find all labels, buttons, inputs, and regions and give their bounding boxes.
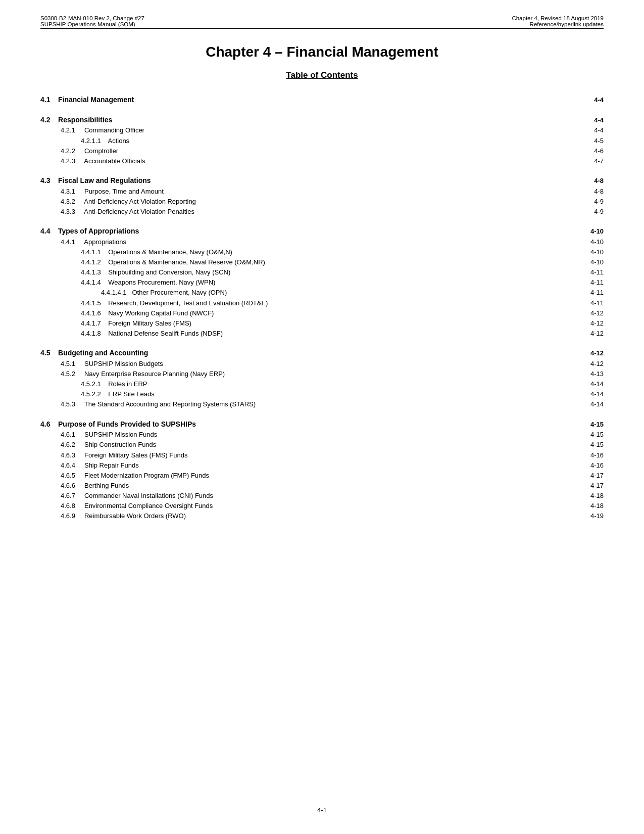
- toc-page: 4-5: [578, 136, 604, 146]
- toc-page: 4-12: [578, 318, 604, 329]
- toc-page: 4-12: [578, 359, 604, 369]
- page-header: S0300-B2-MAN-010 Rev 2, Change #27 SUPSH…: [40, 15, 604, 29]
- toc-label: 4.2.3 Accountable Officials: [61, 156, 578, 166]
- toc-section-4-6: 4.6 Purpose of Funds Provided to SUPSHIP…: [40, 419, 604, 522]
- toc-section-4-2: 4.2 Responsibilities 4-4 4.2.1 Commandin…: [40, 115, 604, 166]
- toc-section-4-1: 4.1 Financial Management 4-4: [40, 95, 604, 106]
- toc-section-4-3: 4.3 Fiscal Law and Regulations 4-8 4.3.1…: [40, 175, 604, 217]
- toc-label: 4.6.4 Ship Repair Funds: [61, 460, 578, 471]
- toc-label: 4.4.1.1 Operations & Maintenance, Navy (…: [81, 247, 578, 257]
- header-right: Chapter 4, Revised 18 August 2019 Refere…: [512, 15, 604, 27]
- toc-page: 4-16: [578, 450, 604, 460]
- header-manual-name: SUPSHIP Operations Manual (SOM): [40, 21, 144, 27]
- toc-row: 4.4.1.3 Shipbuilding and Conversion, Nav…: [40, 267, 604, 277]
- toc-row: 4.3.1 Purpose, Time and Amount 4-8: [40, 187, 604, 197]
- toc-page: 4-4: [578, 95, 604, 105]
- toc-row: 4.5.2 Navy Enterprise Resource Planning …: [40, 369, 604, 379]
- toc-row: 4.6.7 Commander Naval Installations (CNI…: [40, 491, 604, 501]
- toc-page: 4-11: [578, 298, 604, 308]
- toc-label: 4.4.1.4.1 Other Procurement, Navy (OPN): [101, 288, 578, 298]
- toc-row: 4.3 Fiscal Law and Regulations 4-8: [40, 175, 604, 187]
- toc-row: 4.2.3 Accountable Officials 4-7: [40, 156, 604, 166]
- toc-page: 4-4: [578, 125, 604, 135]
- toc-row: 4.5 Budgeting and Accounting 4-12: [40, 348, 604, 359]
- toc-row: 4.6 Purpose of Funds Provided to SUPSHIP…: [40, 419, 604, 430]
- toc-row: 4.5.2.1 Roles in ERP 4-14: [40, 379, 604, 389]
- toc-row: 4.6.6 Berthing Funds 4-17: [40, 481, 604, 491]
- toc-page: 4-15: [578, 430, 604, 440]
- toc-page: 4-14: [578, 379, 604, 389]
- toc-page: 4-9: [578, 197, 604, 207]
- toc-page: 4-17: [578, 471, 604, 481]
- page-number: 4-1: [317, 806, 327, 814]
- toc-page: 4-13: [578, 369, 604, 379]
- toc-label: 4.6.7 Commander Naval Installations (CNI…: [61, 491, 578, 501]
- toc-label: 4.4.1.8 National Defense Sealift Funds (…: [81, 329, 578, 339]
- toc-label: 4.6.1 SUPSHIP Mission Funds: [61, 430, 578, 440]
- toc-label: 4.6 Purpose of Funds Provided to SUPSHIP…: [40, 419, 578, 430]
- toc-label: 4.6.8 Environmental Compliance Oversight…: [61, 501, 578, 511]
- toc-title-block: Table of Contents: [40, 70, 604, 80]
- toc-page: 4-7: [578, 156, 604, 166]
- toc-label: 4.5.2 Navy Enterprise Resource Planning …: [61, 369, 578, 379]
- toc-row: 4.3.3 Anti-Deficiency Act Violation Pena…: [40, 207, 604, 217]
- toc-page: 4-10: [578, 226, 604, 237]
- toc-row: 4.4.1.1 Operations & Maintenance, Navy (…: [40, 247, 604, 257]
- toc-label: 4.5.3 The Standard Accounting and Report…: [61, 399, 578, 409]
- toc-label: 4.4.1.2 Operations & Maintenance, Naval …: [81, 257, 578, 267]
- header-doc-id: S0300-B2-MAN-010 Rev 2, Change #27: [40, 15, 144, 21]
- toc-row: 4.4.1.8 National Defense Sealift Funds (…: [40, 329, 604, 339]
- header-update-type: Reference/hyperlink updates: [512, 21, 604, 27]
- toc-row: 4.5.1 SUPSHIP Mission Budgets 4-12: [40, 359, 604, 369]
- toc-label: 4.4.1.3 Shipbuilding and Conversion, Nav…: [81, 267, 578, 277]
- toc-label: 4.3.1 Purpose, Time and Amount: [61, 187, 578, 197]
- toc-row: 4.3.2 Anti-Deficiency Act Violation Repo…: [40, 197, 604, 207]
- toc-page: 4-12: [578, 329, 604, 339]
- toc-page: 4-15: [578, 420, 604, 430]
- toc-page: 4-4: [578, 115, 604, 125]
- toc-content: 4.1 Financial Management 4-4 4.2 Respons…: [40, 95, 604, 521]
- toc-label: 4.6.3 Foreign Military Sales (FMS) Funds: [61, 450, 578, 460]
- toc-page: 4-14: [578, 399, 604, 409]
- toc-label: 4.2.1.1 Actions: [81, 136, 578, 146]
- toc-page: 4-10: [578, 257, 604, 267]
- toc-row: 4.4.1.6 Navy Working Capital Fund (NWCF)…: [40, 308, 604, 318]
- toc-row: 4.2 Responsibilities 4-4: [40, 115, 604, 126]
- toc-page: 4-6: [578, 146, 604, 156]
- toc-label: 4.4.1.5 Research, Development, Test and …: [81, 298, 578, 308]
- toc-label: 4.4.1.4 Weapons Procurement, Navy (WPN): [81, 277, 578, 288]
- toc-row: 4.6.4 Ship Repair Funds 4-16: [40, 460, 604, 471]
- toc-row: 4.4.1.7 Foreign Military Sales (FMS) 4-1…: [40, 318, 604, 329]
- toc-page: 4-9: [578, 207, 604, 217]
- toc-label: 4.6.6 Berthing Funds: [61, 481, 578, 491]
- toc-label: 4.5.1 SUPSHIP Mission Budgets: [61, 359, 578, 369]
- toc-page: 4-11: [578, 267, 604, 277]
- toc-label: 4.4.1 Appropriations: [61, 237, 578, 247]
- page: S0300-B2-MAN-010 Rev 2, Change #27 SUPSH…: [0, 0, 644, 834]
- toc-section-4-4: 4.4 Types of Appropriations 4-10 4.4.1 A…: [40, 226, 604, 339]
- chapter-title: Chapter 4 – Financial Management: [40, 44, 604, 60]
- toc-row: 4.6.9 Reimbursable Work Orders (RWO) 4-1…: [40, 511, 604, 521]
- toc-page: 4-8: [578, 187, 604, 197]
- toc-row: 4.4.1.4 Weapons Procurement, Navy (WPN) …: [40, 277, 604, 288]
- toc-label: 4.4.1.6 Navy Working Capital Fund (NWCF): [81, 308, 578, 318]
- toc-page: 4-15: [578, 440, 604, 450]
- toc-row: 4.6.3 Foreign Military Sales (FMS) Funds…: [40, 450, 604, 460]
- toc-row: 4.6.1 SUPSHIP Mission Funds 4-15: [40, 430, 604, 440]
- toc-page: 4-10: [578, 237, 604, 247]
- chapter-title-block: Chapter 4 – Financial Management: [40, 44, 604, 60]
- toc-row: 4.2.2 Comptroller 4-6: [40, 146, 604, 156]
- toc-row: 4.4.1.5 Research, Development, Test and …: [40, 298, 604, 308]
- toc-row: 4.6.8 Environmental Compliance Oversight…: [40, 501, 604, 511]
- toc-label: 4.4.1.7 Foreign Military Sales (FMS): [81, 318, 578, 329]
- toc-page: 4-16: [578, 460, 604, 471]
- toc-label: 4.2.1 Commanding Officer: [61, 125, 578, 135]
- toc-row: 4.4 Types of Appropriations 4-10: [40, 226, 604, 237]
- toc-title: Table of Contents: [40, 70, 604, 80]
- toc-page: 4-19: [578, 511, 604, 521]
- toc-label: 4.3.3 Anti-Deficiency Act Violation Pena…: [61, 207, 578, 217]
- toc-label: 4.2.2 Comptroller: [61, 146, 578, 156]
- toc-row: 4.2.1.1 Actions 4-5: [40, 136, 604, 146]
- toc-page: 4-12: [578, 348, 604, 358]
- toc-row: 4.1 Financial Management 4-4: [40, 95, 604, 106]
